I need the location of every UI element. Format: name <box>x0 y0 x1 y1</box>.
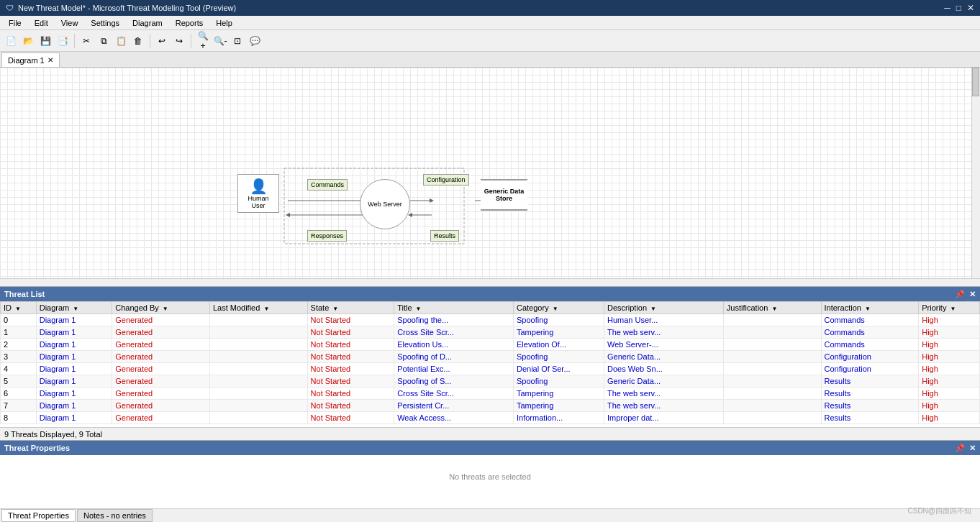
threat-properties-content: No threats are selected <box>0 455 980 498</box>
cell-changedby: Generated <box>112 339 210 351</box>
responses-flow-label[interactable]: Responses <box>307 230 347 242</box>
configuration-flow-label[interactable]: Configuration <box>423 174 469 186</box>
col-header-state[interactable]: State ▼ <box>307 302 394 314</box>
save-button[interactable]: 💾 <box>37 33 53 49</box>
table-row[interactable]: 0 Diagram 1 Generated Not Started Spoofi… <box>1 314 980 326</box>
cell-diagram: Diagram 1 <box>36 351 112 363</box>
cell-justification <box>723 314 821 326</box>
web-server-element[interactable]: Web Server <box>360 179 410 229</box>
cell-title: Spoofing of S... <box>394 375 514 388</box>
cell-category: Denial Of Ser... <box>514 363 604 375</box>
cell-justification <box>723 326 821 339</box>
menu-help[interactable]: Help <box>210 17 238 29</box>
diagram-svg <box>0 68 980 278</box>
col-header-interaction[interactable]: Interaction ▼ <box>821 302 919 314</box>
cell-changedby: Generated <box>112 412 210 424</box>
col-header-changedby[interactable]: Changed By ▼ <box>112 302 210 314</box>
cell-diagram: Diagram 1 <box>36 326 112 339</box>
table-row[interactable]: 5 Diagram 1 Generated Not Started Spoofi… <box>1 375 980 388</box>
title-bar-controls[interactable]: ─ □ ✕ <box>944 3 974 13</box>
cut-button[interactable]: ✂ <box>78 33 94 49</box>
cell-diagram: Diagram 1 <box>36 363 112 375</box>
saveas-button[interactable]: 📑 <box>55 33 71 49</box>
results-flow-label[interactable]: Results <box>430 230 459 242</box>
table-row[interactable]: 2 Diagram 1 Generated Not Started Elevat… <box>1 339 980 351</box>
cell-description: The web serv... <box>604 400 724 412</box>
cell-id: 5 <box>1 375 37 388</box>
bottom-tab-threat-properties[interactable]: Threat Properties <box>1 509 76 522</box>
commands-flow-label[interactable]: Commands <box>307 179 348 191</box>
menu-settings[interactable]: Settings <box>85 17 125 29</box>
open-button[interactable]: 📂 <box>20 33 36 49</box>
zoomin-button[interactable]: 🔍+ <box>195 33 211 49</box>
menu-reports[interactable]: Reports <box>170 17 209 29</box>
human-user-element[interactable]: 👤 Human User <box>237 174 279 213</box>
new-button[interactable]: 📄 <box>3 33 19 49</box>
cell-interaction: Commands <box>821 326 919 339</box>
tab-diagram1-close[interactable]: ✕ <box>47 56 53 64</box>
tab-diagram1[interactable]: Diagram 1 ✕ <box>1 52 60 67</box>
zoomout-button[interactable]: 🔍- <box>212 33 228 49</box>
col-header-description[interactable]: Description ▼ <box>604 302 724 314</box>
cell-justification <box>723 351 821 363</box>
threat-list-close[interactable]: ✕ <box>969 290 976 299</box>
toolbar-sep1 <box>74 34 75 48</box>
bottom-tab-notes[interactable]: Notes - no entries <box>77 509 153 522</box>
close-button[interactable]: ✕ <box>967 3 974 13</box>
threat-props-pin[interactable]: 📌 <box>955 444 965 453</box>
redo-button[interactable]: ↪ <box>171 33 187 49</box>
col-header-priority[interactable]: Priority ▼ <box>919 302 980 314</box>
threat-table-container[interactable]: ID ▼ Diagram ▼ Changed By ▼ Last Modifie… <box>0 301 980 427</box>
zoomfit-button[interactable]: ⊡ <box>230 33 245 49</box>
minimize-button[interactable]: ─ <box>944 3 950 13</box>
bottom-tab-bar: Threat Properties Notes - no entries <box>0 508 980 522</box>
generic-data-store-element[interactable]: Generic Data Store <box>481 179 527 211</box>
table-row[interactable]: 4 Diagram 1 Generated Not Started Potent… <box>1 363 980 375</box>
cell-interaction: Results <box>821 400 919 412</box>
cell-title: Spoofing of D... <box>394 351 514 363</box>
col-header-lastmod[interactable]: Last Modified ▼ <box>209 302 307 314</box>
table-row[interactable]: 1 Diagram 1 Generated Not Started Cross … <box>1 326 980 339</box>
threat-props-close[interactable]: ✕ <box>969 444 976 453</box>
menu-view[interactable]: View <box>55 17 84 29</box>
threat-list-panel: Threat List 📌 ✕ ID ▼ Diagram ▼ Changed B… <box>0 286 980 440</box>
threat-list-pin[interactable]: 📌 <box>955 290 965 299</box>
scroll-thumb[interactable] <box>972 68 979 96</box>
col-header-justification[interactable]: Justification ▼ <box>723 302 821 314</box>
table-row[interactable]: 3 Diagram 1 Generated Not Started Spoofi… <box>1 351 980 363</box>
maximize-button[interactable]: □ <box>956 3 961 13</box>
cell-description: Generic Data... <box>604 375 724 388</box>
diagram-right-scrollbar[interactable] <box>971 68 980 278</box>
bottom-tab-notes-label: Notes - no entries <box>83 511 146 520</box>
delete-button[interactable]: 🗑 <box>130 33 146 49</box>
cell-state: Not Started <box>307 351 394 363</box>
cell-description: The web serv... <box>604 388 724 400</box>
col-header-diagram[interactable]: Diagram ▼ <box>36 302 112 314</box>
paste-button[interactable]: 📋 <box>113 33 129 49</box>
copy-button[interactable]: ⧉ <box>96 33 112 49</box>
table-row[interactable]: 6 Diagram 1 Generated Not Started Cross … <box>1 388 980 400</box>
cell-description: Improper dat... <box>604 412 724 424</box>
cell-category: Tampering <box>514 388 604 400</box>
table-row[interactable]: 7 Diagram 1 Generated Not Started Persis… <box>1 400 980 412</box>
col-header-id[interactable]: ID ▼ <box>1 302 37 314</box>
menu-file[interactable]: File <box>3 17 27 29</box>
cell-id: 8 <box>1 412 37 424</box>
cell-changedby: Generated <box>112 400 210 412</box>
undo-button[interactable]: ↩ <box>154 33 170 49</box>
diagram-area[interactable]: 👤 Human User Commands Web Server Respons… <box>0 68 980 278</box>
cell-state: Not Started <box>307 412 394 424</box>
table-row[interactable]: 8 Diagram 1 Generated Not Started Weak A… <box>1 412 980 424</box>
col-header-category[interactable]: Category ▼ <box>514 302 604 314</box>
threat-props-controls: 📌 ✕ <box>955 444 976 453</box>
cell-lastmod <box>209 412 307 424</box>
cell-diagram: Diagram 1 <box>36 388 112 400</box>
col-header-title[interactable]: Title ▼ <box>394 302 514 314</box>
menu-edit[interactable]: Edit <box>29 17 54 29</box>
cell-priority: High <box>919 363 980 375</box>
cell-state: Not Started <box>307 400 394 412</box>
menu-diagram[interactable]: Diagram <box>127 17 168 29</box>
horizontal-scrollbar[interactable] <box>0 278 980 286</box>
comment-button[interactable]: 💬 <box>247 33 263 49</box>
tab-bar: Diagram 1 ✕ <box>0 52 980 68</box>
